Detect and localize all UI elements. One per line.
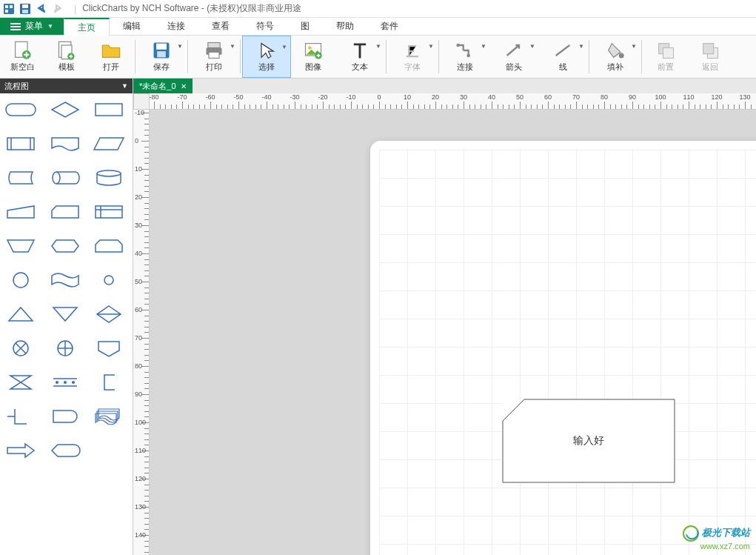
tool-new-blank[interactable]: 新空白 xyxy=(0,36,44,78)
sidebar-header[interactable]: 流程图 ▼ xyxy=(0,79,133,93)
shape-preparation[interactable] xyxy=(49,236,81,256)
svg-point-23 xyxy=(619,53,624,59)
chevron-down-icon[interactable]: ▼ xyxy=(281,44,287,50)
tab-connect[interactable]: 连接 xyxy=(154,18,198,35)
tool-arrow[interactable]: 箭头 ▼ xyxy=(489,36,538,78)
chevron-down-icon[interactable]: ▼ xyxy=(121,82,128,90)
shape-or[interactable] xyxy=(49,338,81,359)
shape-annotation2[interactable] xyxy=(4,406,37,427)
tab-chart[interactable]: 图 xyxy=(287,18,323,35)
shape-transfer[interactable] xyxy=(49,372,81,393)
menu-tab-label: 连接 xyxy=(167,20,185,33)
tool-select[interactable]: 选择 ▼ xyxy=(242,36,291,78)
tool-open[interactable]: 打开 xyxy=(89,36,133,78)
svg-point-43 xyxy=(64,381,67,384)
shape-direct-data[interactable] xyxy=(49,167,81,188)
shape-small-circle[interactable] xyxy=(93,270,125,290)
tab-view[interactable]: 查看 xyxy=(198,18,243,35)
shape-data[interactable] xyxy=(93,133,125,154)
tool-image[interactable]: 图像 xyxy=(291,36,335,78)
svg-point-38 xyxy=(13,273,28,288)
shape-palette xyxy=(0,93,133,467)
shape-display2[interactable] xyxy=(49,440,81,461)
chevron-down-icon[interactable]: ▼ xyxy=(428,43,434,50)
shape-internal[interactable] xyxy=(93,202,125,222)
tool-font[interactable]: 字体 ▼ xyxy=(388,36,437,78)
canvas-shape-card[interactable]: 输入好 xyxy=(502,399,675,483)
shape-manual-op[interactable] xyxy=(4,236,37,256)
tab-suite[interactable]: 套件 xyxy=(367,18,412,35)
close-icon[interactable]: ✕ xyxy=(181,82,187,90)
shape-arrow-right[interactable] xyxy=(4,440,37,461)
shape-document[interactable] xyxy=(49,133,81,154)
shape-merge[interactable] xyxy=(49,304,81,325)
tool-print[interactable]: 打印 ▼ xyxy=(190,36,238,78)
shape-extract[interactable] xyxy=(4,304,37,325)
shape-text[interactable]: 输入好 xyxy=(502,399,675,483)
shape-database[interactable] xyxy=(93,167,125,188)
main-menu-button[interactable]: 菜单 ▼ xyxy=(0,18,64,35)
tool-text[interactable]: 文本 ▼ xyxy=(335,36,384,78)
app-icon xyxy=(3,3,15,15)
shape-sort[interactable] xyxy=(93,304,125,325)
tab-home[interactable]: 主页 xyxy=(64,18,110,36)
shape-delay[interactable] xyxy=(49,406,81,427)
chevron-down-icon[interactable]: ▼ xyxy=(529,43,535,50)
svg-point-39 xyxy=(104,276,113,285)
shape-collate[interactable] xyxy=(4,372,37,393)
save-quick-icon[interactable] xyxy=(19,3,31,15)
shape-manual-input[interactable] xyxy=(4,202,37,222)
chevron-down-icon[interactable]: ▼ xyxy=(481,43,486,50)
tool-back[interactable]: 返回 xyxy=(688,36,732,78)
ruler-corner xyxy=(133,93,150,110)
shape-loop-limit[interactable] xyxy=(93,236,125,256)
svg-point-42 xyxy=(56,381,58,384)
toolbar-separator xyxy=(240,40,241,73)
page-grid xyxy=(379,150,756,555)
connect-icon xyxy=(455,41,475,60)
shape-sum[interactable] xyxy=(4,338,37,359)
tool-label: 字体 xyxy=(404,62,421,73)
document-tab[interactable]: *未命名_0 ✕ xyxy=(133,79,193,93)
tab-edit[interactable]: 编辑 xyxy=(110,18,154,35)
undo-icon[interactable] xyxy=(36,3,47,15)
chevron-down-icon[interactable]: ▼ xyxy=(631,43,637,50)
tool-fill[interactable]: 填补 ▼ xyxy=(591,36,640,78)
svg-rect-5 xyxy=(22,4,28,8)
chevron-down-icon[interactable]: ▼ xyxy=(177,43,183,50)
titlebar: | ClickCharts by NCH Software - (未授权)仅限非… xyxy=(0,0,756,18)
tool-label: 箭头 xyxy=(506,62,522,73)
shape-annotation[interactable] xyxy=(93,372,125,393)
shape-stored-data[interactable] xyxy=(4,167,37,188)
chevron-down-icon[interactable]: ▼ xyxy=(230,43,235,50)
back-icon xyxy=(700,41,720,60)
svg-rect-27 xyxy=(703,44,714,54)
shape-terminator[interactable] xyxy=(4,99,37,120)
tab-help[interactable]: 帮助 xyxy=(323,18,367,35)
shape-offpage[interactable] xyxy=(93,338,125,359)
shape-decision[interactable] xyxy=(49,99,81,120)
svg-rect-25 xyxy=(663,48,674,59)
tool-connect[interactable]: 连接 ▼ xyxy=(441,36,489,78)
tool-save[interactable]: 保存 ▼ xyxy=(137,36,186,78)
text-icon xyxy=(349,41,370,60)
shape-multidoc[interactable] xyxy=(93,406,125,427)
tool-label: 返回 xyxy=(702,62,718,73)
tab-symbol[interactable]: 符号 xyxy=(243,18,287,35)
chevron-down-icon[interactable]: ▼ xyxy=(578,43,584,50)
shape-process[interactable] xyxy=(93,99,125,120)
shape-tape[interactable] xyxy=(49,270,81,290)
chevron-down-icon: ▼ xyxy=(47,23,53,30)
menu-tab-label: 套件 xyxy=(381,20,398,33)
tool-template[interactable]: 模板 xyxy=(44,36,89,78)
page[interactable] xyxy=(370,141,756,555)
line-icon xyxy=(552,41,573,60)
shape-predefined[interactable] xyxy=(4,133,37,154)
shape-connector[interactable] xyxy=(4,270,37,290)
chevron-down-icon[interactable]: ▼ xyxy=(375,43,381,50)
tool-line[interactable]: 线 ▼ xyxy=(538,36,587,78)
document-tabs: *未命名_0 ✕ xyxy=(133,79,756,93)
canvas[interactable]: 输入好 xyxy=(150,110,756,555)
tool-front[interactable]: 前置 xyxy=(643,36,688,78)
shape-card[interactable] xyxy=(49,202,81,222)
